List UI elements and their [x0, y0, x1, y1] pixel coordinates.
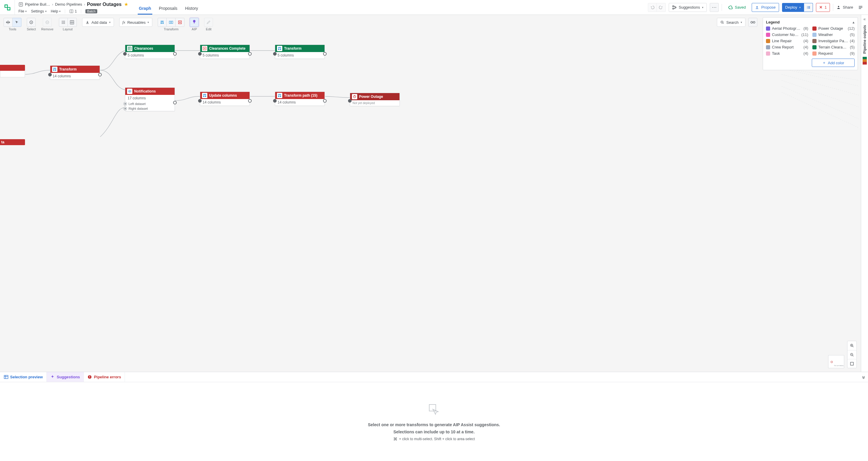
breadcrumb-current[interactable]: Power Outages [87, 2, 121, 7]
legend-item[interactable]: Line Repair(4) [766, 39, 808, 43]
tab-graph[interactable]: Graph [138, 2, 152, 14]
deploy-button[interactable]: Deploy ▾ [782, 3, 804, 12]
legend-item[interactable]: Investigator Page(4) [812, 39, 855, 43]
node-peek-bottom[interactable]: ta [0, 139, 25, 145]
legend-item[interactable]: Aerial Photography(8) [766, 26, 808, 31]
node-transform-1[interactable]: Transform 14 columns [50, 65, 100, 80]
node-out-port[interactable] [248, 52, 252, 56]
errors-button[interactable]: ✕ 1 [816, 3, 830, 12]
node-in-port[interactable] [123, 52, 127, 56]
node-out-port[interactable] [98, 73, 102, 76]
legend-item[interactable]: Terrain Clearance(5) [812, 45, 855, 50]
breadcrumb-app[interactable]: Pipeline Buil… [25, 2, 50, 6]
viewers-count[interactable]: 1 [69, 9, 77, 13]
tab-proposals[interactable]: Proposals [158, 2, 179, 14]
node-in-port[interactable] [198, 52, 202, 56]
legend-item-label: Crew Report [772, 45, 802, 50]
svg-line-75 [852, 356, 854, 356]
edit-button[interactable] [204, 18, 213, 27]
node-title: Transform [59, 67, 77, 71]
node-out-port[interactable] [248, 99, 252, 102]
search-button[interactable]: Search ▾ [717, 18, 745, 27]
node-port-left[interactable]: Left dataset [125, 101, 175, 106]
tab-suggestions[interactable]: Suggestions [47, 372, 84, 382]
zoom-out-button[interactable] [847, 350, 857, 359]
node-out-port[interactable] [323, 52, 327, 56]
menu-settings[interactable]: Settings▾ [31, 9, 46, 13]
pan-tool-button[interactable] [4, 18, 12, 27]
collapse-panel-button[interactable] [859, 375, 868, 379]
x-icon: ✕ [819, 5, 823, 9]
node-out-port[interactable] [323, 99, 327, 102]
svg-rect-10 [859, 7, 862, 8]
legend-item[interactable]: Weather(5) [812, 32, 855, 37]
share-button[interactable]: Share [836, 5, 853, 10]
node-in-port[interactable] [273, 52, 277, 56]
legend-item[interactable]: Crew Report(4) [766, 45, 808, 50]
node-transform-green[interactable]: Transform 5 columns [275, 44, 325, 59]
node-power-outage[interactable]: Power Outage Not yet deployed [350, 93, 400, 106]
panel-toggle-button[interactable] [856, 3, 865, 12]
legend-item[interactable]: Customer Notifi…(11) [766, 32, 808, 37]
node-peek-top[interactable] [0, 65, 25, 71]
remove-button[interactable] [43, 18, 52, 27]
reusables-button[interactable]: fx Reusables ▾ [119, 18, 153, 27]
node-out-port[interactable] [173, 101, 177, 104]
transform-a-button[interactable] [158, 18, 166, 27]
node-in-port[interactable] [198, 99, 202, 102]
aip-button[interactable] [190, 18, 199, 27]
node-out-port[interactable] [173, 52, 177, 56]
node-title: Update columns [209, 93, 237, 97]
breadcrumb-folder[interactable]: Demo Pipelines [55, 2, 82, 6]
collapse-rail-button[interactable]: « [864, 17, 866, 22]
remove-label: Remove [41, 27, 54, 31]
svg-rect-51 [278, 47, 281, 48]
star-icon[interactable]: ★ [124, 1, 128, 7]
node-transform-path[interactable]: Transform path (15) 14 columns [275, 92, 325, 106]
node-in-port[interactable] [273, 99, 277, 102]
add-color-button[interactable]: ＋ Add color [812, 59, 855, 67]
undo-button[interactable] [648, 3, 657, 12]
node-in-port[interactable] [48, 73, 52, 76]
link-view-button[interactable] [748, 18, 757, 27]
layout-dots-button[interactable] [59, 18, 68, 27]
tab-selection-preview[interactable]: Selection preview [0, 372, 47, 382]
zoom-fit-button[interactable] [847, 359, 857, 368]
menu-help[interactable]: Help▾ [51, 9, 61, 13]
redo-button[interactable] [657, 3, 666, 12]
svg-line-68 [782, 92, 859, 128]
menu-file[interactable]: File▾ [19, 9, 27, 13]
transform-c-button[interactable] [176, 18, 184, 27]
svg-line-38 [723, 23, 724, 24]
node-port-right[interactable]: Right dataset [125, 106, 175, 111]
legend-item[interactable]: Task(4) [766, 51, 808, 56]
suggestions-button[interactable]: Suggestions ▾ [669, 3, 707, 12]
more-button[interactable]: ⋯ [710, 3, 719, 12]
node-clearances[interactable]: Clearances 5 columns [125, 44, 175, 59]
layout-grid-button[interactable] [68, 18, 77, 27]
collapse-icon[interactable]: ▴ [852, 20, 855, 24]
propose-button[interactable]: Propose [752, 3, 779, 12]
tab-pipeline-errors[interactable]: Pipeline errors [84, 372, 125, 382]
zoom-in-button[interactable] [847, 341, 857, 350]
transform-b-button[interactable] [166, 18, 176, 27]
add-data-button[interactable]: Add data ▾ [82, 18, 114, 27]
node-in-port[interactable] [348, 99, 351, 102]
node-notifications[interactable]: Notifications 17 columns Left dataset Ri… [125, 87, 175, 111]
deploy-settings-button[interactable] [804, 3, 813, 12]
legend-item[interactable]: Request(9) [812, 51, 855, 56]
tab-history[interactable]: History [184, 2, 199, 14]
color-swatch [766, 39, 770, 43]
side-rail-label[interactable]: Pipeline outputs [863, 25, 867, 54]
layout-cluster: Layout [59, 18, 77, 31]
graph-canvas[interactable]: ta Transform 14 columns Clearances 5 col… [0, 15, 868, 372]
legend-item-count: (4) [803, 51, 808, 56]
target-button[interactable] [27, 18, 36, 27]
svg-rect-42 [53, 68, 56, 69]
legend-item[interactable]: Power Outage(12) [812, 26, 855, 31]
node-clearances-complete[interactable]: Clearances Complete 5 columns [200, 44, 250, 59]
node-update-columns[interactable]: Update columns 14 columns [200, 92, 250, 106]
top-tabs: Graph Proposals History [133, 0, 204, 14]
select-tool-button[interactable] [12, 18, 22, 27]
minimap[interactable]: Not yet deploy [828, 355, 844, 368]
